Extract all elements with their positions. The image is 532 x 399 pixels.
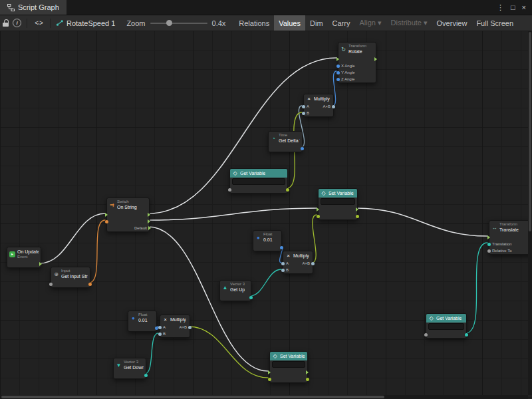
edge-switch-to-set-variable-mid[interactable]: [148, 208, 317, 220]
vector3-icon: ▲: [222, 285, 228, 291]
node-get-down[interactable]: ▼Vector 3Get Down: [113, 358, 146, 379]
b-port[interactable]: B: [285, 268, 289, 272]
node-header: ×Multiply: [304, 94, 333, 103]
edge-multiply-bot-to-set-variable-bot[interactable]: [189, 327, 268, 378]
node-set-variable-bot[interactable]: ◇Set Variable: [269, 351, 308, 383]
edge-get-down-to-multiply-bot[interactable]: [145, 333, 158, 374]
lock-icon[interactable]: [3, 19, 9, 27]
translation-port[interactable]: Translation: [491, 242, 511, 246]
exec-port-icon: [306, 370, 309, 374]
b-port[interactable]: B: [305, 111, 309, 115]
edge-get-variable-br-to-translate[interactable]: [466, 243, 487, 333]
variable-name-field[interactable]: [321, 198, 355, 205]
edge-get-input-to-switch[interactable]: [89, 220, 105, 283]
node-on-update[interactable]: ▸On UpdateEvent: [7, 247, 41, 268]
node-header: ▸On UpdateEvent: [7, 247, 41, 261]
variable-name-field[interactable]: [272, 361, 305, 368]
port-label: A: [307, 104, 309, 108]
node-multiply-top[interactable]: ×MultiplyAA×BB: [303, 94, 334, 117]
menu-icon[interactable]: ⋮: [497, 4, 504, 11]
default-out-port[interactable]: Default: [134, 226, 148, 230]
node-rotate[interactable]: ↻TransformRotateX AngleY AngleZ Angle: [338, 42, 376, 83]
toolbar-button-overview[interactable]: Overview: [432, 15, 472, 31]
zoom-control: Zoom 0.4x: [126, 19, 225, 27]
node-delta-time[interactable]: ◔TimeGet Delta Time: [268, 131, 303, 152]
value-port-icon: [487, 243, 491, 246]
port-row: X Angle: [338, 63, 376, 69]
port-label: B: [307, 111, 309, 115]
node-float-bot[interactable]: ●Float0.01: [128, 311, 157, 332]
node-get-up[interactable]: ▲Vector 3Get Up: [219, 280, 251, 301]
variable-icon: ◇: [232, 170, 238, 176]
relative-to-port[interactable]: Relative To: [491, 249, 512, 253]
close-icon[interactable]: ×: [522, 4, 526, 11]
node-titles: Vector 3Get Down: [124, 360, 144, 370]
port-label: B: [286, 268, 289, 272]
vertical-scrollbar[interactable]: [528, 31, 532, 395]
value-port-icon: [268, 378, 271, 381]
y-angle-port[interactable]: Y Angle: [340, 70, 355, 74]
port-row: [319, 213, 357, 219]
x-angle-port[interactable]: X Angle: [340, 64, 355, 68]
graph-breadcrumb[interactable]: RotateSpeed 1: [56, 19, 115, 27]
port-row: [338, 56, 376, 63]
toolbar-button-distribute[interactable]: Distribute ▾: [386, 15, 432, 31]
node-multiply-bot[interactable]: ×MultiplyAA×BB: [160, 315, 190, 338]
node-get-input[interactable]: ⊕InputGet Input String: [51, 267, 90, 288]
edge-on-update-to-switch[interactable]: [40, 213, 105, 263]
node-translate[interactable]: ↔TransformTranslateTranslationRelative T…: [489, 220, 532, 255]
node-header: ◇Get Variable: [426, 314, 466, 323]
info-icon[interactable]: i: [13, 19, 21, 27]
vertical-scrollbar-thumb[interactable]: [529, 32, 531, 231]
transform-icon: ↻: [340, 47, 346, 53]
port-label: Y Angle: [341, 70, 355, 74]
value-port-icon: [228, 188, 231, 192]
toolbar-button-relations[interactable]: Relations: [234, 15, 274, 31]
zoom-slider-handle[interactable]: [166, 20, 172, 26]
variable-name-field[interactable]: [428, 323, 464, 330]
port-label: X Angle: [341, 64, 355, 68]
port-label: Relative To: [492, 249, 512, 253]
product-port[interactable]: A×B: [179, 325, 188, 329]
port-row: B: [160, 331, 190, 337]
edge-get-up-to-multiply-mid[interactable]: [250, 269, 281, 296]
tab-script-graph[interactable]: Script Graph: [0, 0, 66, 15]
tab-title: Script Graph: [18, 3, 59, 11]
value-port-icon: [424, 333, 428, 336]
a-port[interactable]: A: [305, 104, 309, 108]
toolbar-button-full-screen[interactable]: Full Screen: [471, 15, 518, 31]
a-port[interactable]: A: [285, 261, 289, 265]
variable-name-field[interactable]: [232, 178, 285, 185]
toolbar-button-carry[interactable]: Carry: [328, 15, 355, 31]
node-get-variable-br[interactable]: ◇Get Variable: [426, 313, 467, 338]
product-port[interactable]: A×B: [323, 104, 332, 108]
node-title: On Update: [17, 249, 39, 255]
b-port[interactable]: B: [162, 332, 166, 336]
horizontal-scrollbar[interactable]: [0, 395, 528, 399]
node-get-variable-top[interactable]: ◇Get Variable: [229, 168, 288, 194]
toolbar-button-align[interactable]: Align ▾: [354, 15, 386, 31]
switch-icon: ⇉: [109, 202, 115, 208]
node-float-mid[interactable]: ●Float0.01: [253, 230, 282, 251]
horizontal-scrollbar-thumb[interactable]: [1, 396, 384, 398]
node-set-variable-mid[interactable]: ◇Set Variable: [318, 188, 358, 220]
node-switch[interactable]: ⇉SwitchOn StringDefault: [106, 198, 150, 232]
a-port[interactable]: A: [162, 325, 166, 329]
node-multiply-mid[interactable]: ×MultiplyAA×BB: [283, 251, 313, 274]
variable-icon: ◇: [272, 353, 278, 359]
value-port-icon: [332, 105, 335, 108]
graph-canvas[interactable]: ↻TransformRotateX AngleY AngleZ Angle×Mu…: [0, 31, 532, 399]
maximize-icon[interactable]: □: [511, 4, 515, 11]
port-row: Z Angle: [338, 76, 376, 82]
code-view-icon[interactable]: <∙>: [33, 20, 45, 27]
edge-set-variable-mid-to-translate[interactable]: [356, 208, 487, 236]
toolbar-button-values[interactable]: Values: [274, 15, 305, 31]
node-kicker: Float: [263, 232, 273, 237]
port-row: [489, 234, 532, 241]
value-port-icon: [465, 333, 468, 336]
value-port-icon: [302, 112, 305, 115]
product-port[interactable]: A×B: [302, 261, 311, 265]
z-angle-port[interactable]: Z Angle: [340, 77, 354, 81]
toolbar-button-dim[interactable]: Dim: [305, 15, 328, 31]
zoom-slider[interactable]: [150, 23, 207, 24]
